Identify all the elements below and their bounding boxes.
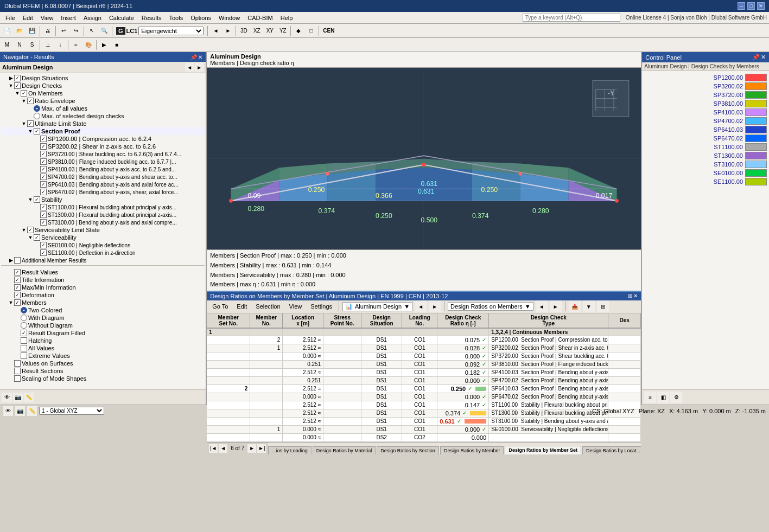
menu-results[interactable]: Results xyxy=(138,14,165,22)
window-controls[interactable]: ─ □ ✕ xyxy=(738,2,765,10)
tree-item-st1100[interactable]: ST1100.00 | Flexural buckling about prin… xyxy=(1,203,205,211)
prev-result-btn[interactable]: ◄ xyxy=(209,25,221,37)
tree-item-sp6410[interactable]: SP6410.03 | Bending about y-axis and axi… xyxy=(1,181,205,188)
tree-item-sp1200[interactable]: SP1200.00 | Compression acc. to 6.2.4 xyxy=(1,135,205,143)
global-lc-selector[interactable]: 1 - Global XYZ xyxy=(39,407,104,415)
status-btn3[interactable]: 📏 xyxy=(27,406,37,416)
checkbox-serviceability[interactable] xyxy=(34,234,40,241)
checkbox-se0100[interactable] xyxy=(40,242,47,248)
table-row[interactable]: 0.000 ≈ DS1 CO1 0.000✓ SP3720.00 Section… xyxy=(207,352,641,361)
checkbox-sp4100[interactable] xyxy=(40,166,47,172)
checkbox-stability[interactable] xyxy=(34,196,40,203)
next-result-btn[interactable]: ► xyxy=(222,25,234,37)
tree-item-sp4100[interactable]: SP4100.03 | Bending about y-axis acc. to… xyxy=(1,165,205,173)
nav-view-btn[interactable]: 👁 xyxy=(2,393,12,402)
tree-item-all-values[interactable]: All Values xyxy=(1,344,205,352)
checkbox-sp4700[interactable] xyxy=(40,174,47,180)
cp-view-btn[interactable]: ◧ xyxy=(657,392,669,403)
cp-pin-btn[interactable]: 📌 xyxy=(752,54,760,61)
tree-item-serviceability[interactable]: ▼ Serviceability xyxy=(1,234,205,241)
table-row[interactable]: 2.512 ≈ DS1 CO1 0.147✓ ST1100.00 Stabili… xyxy=(207,401,641,409)
checkbox-on-members[interactable] xyxy=(21,90,27,97)
tree-item-se0100[interactable]: SE0100.00 | Negligible deflections xyxy=(1,241,205,249)
menu-edit[interactable]: Edit xyxy=(20,14,36,22)
table-row[interactable]: 1 1,3,2,4 | Continuous Members xyxy=(207,329,641,336)
deform-btn[interactable]: ≈ xyxy=(70,39,82,51)
tree-item-result-values[interactable]: Result Values xyxy=(1,268,205,276)
nav-camera-btn[interactable]: 📷 xyxy=(13,393,23,402)
tree-item-ratio-envelope[interactable]: ▼ Ratio Envelope xyxy=(1,97,205,105)
minimize-btn[interactable]: ─ xyxy=(738,2,745,10)
checkbox-section-proof[interactable] xyxy=(34,128,40,134)
cols-btn[interactable]: ⊞ xyxy=(597,300,609,312)
supports-btn[interactable]: ⊥ xyxy=(42,39,54,51)
menu-cad-bim[interactable]: CAD-BIM xyxy=(244,14,276,22)
view-yz-btn[interactable]: YZ xyxy=(277,25,289,37)
tab-by-loading[interactable]: ...ios by Loading xyxy=(268,446,312,454)
print-btn[interactable]: 🖨 xyxy=(42,25,54,37)
tab-by-member-set[interactable]: Design Ratios by Member Set xyxy=(505,446,581,454)
checkbox-hatching[interactable] xyxy=(21,337,27,344)
tree-item-se1100[interactable]: SE1100.00 | Deflection in z-direction xyxy=(1,249,205,257)
menu-tools[interactable]: Tools xyxy=(166,14,186,22)
view-xy-btn[interactable]: XY xyxy=(264,25,276,37)
menu-assign[interactable]: Assign xyxy=(80,14,105,22)
nav-down-btn[interactable]: ► xyxy=(195,63,204,72)
checkbox-st3100[interactable] xyxy=(40,219,47,226)
status-btn1[interactable]: 👁 xyxy=(3,406,13,416)
checkbox-sp3200[interactable] xyxy=(40,143,47,150)
checkbox-st1300[interactable] xyxy=(40,211,47,218)
nav-measure-btn[interactable]: 📏 xyxy=(24,393,34,402)
undo-btn[interactable]: ↩ xyxy=(58,25,69,37)
nav-close-btn[interactable]: ✕ xyxy=(198,54,202,60)
menu-view[interactable]: View xyxy=(37,14,57,22)
tree-item-members[interactable]: ▼ Members xyxy=(1,299,205,306)
tree-item-hatching[interactable]: Hatching xyxy=(1,337,205,344)
tree-item-sp3720[interactable]: SP3720.00 | Shear buckling acc. to 6.2.6… xyxy=(1,150,205,158)
last-page-btn[interactable]: ►| xyxy=(257,444,266,453)
tree-item-result-sections[interactable]: Result Sections xyxy=(1,367,205,375)
menu-help[interactable]: Help xyxy=(277,14,296,22)
table-row[interactable]: 1 2.512 ≈ DS1 CO1 0.028✓ SP3200.02 Secti… xyxy=(207,344,641,352)
tree-item-stability[interactable]: ▼ Stability xyxy=(1,196,205,203)
redo-btn[interactable]: ↪ xyxy=(70,25,82,37)
tree-item-result-filled[interactable]: Result Diagram Filled xyxy=(1,329,205,337)
table-row[interactable]: 0.000 ≈ DS1 CO1 0.000✓ SP6470.02 Section… xyxy=(207,393,641,401)
menu-calculate[interactable]: Calculate xyxy=(106,14,137,22)
nav-up-btn[interactable]: ◄ xyxy=(185,63,194,72)
table-row[interactable]: 2.512 ≈ DS1 CO1 0.182✓ SP4100.03 Section… xyxy=(207,369,641,377)
selection-menu[interactable]: Selection xyxy=(252,302,283,311)
checkbox-sp6470[interactable] xyxy=(40,189,47,195)
viewport-3d[interactable]: 0.09 0.280 0.374 0.250 0.500 0.374 0.280… xyxy=(207,68,641,249)
checkbox-scaling[interactable] xyxy=(14,375,21,382)
nodes-btn[interactable]: N xyxy=(14,39,26,51)
new-btn[interactable]: 📄 xyxy=(1,25,13,37)
stop-btn[interactable]: ■ xyxy=(111,39,123,51)
tab-by-section[interactable]: Design Ratios by Section xyxy=(377,446,439,454)
tree-item-sls[interactable]: ▼ Serviceability Limit State xyxy=(1,226,205,234)
ratio-dropdown[interactable]: Design Ratios on Members ▼ xyxy=(448,302,533,311)
first-page-btn[interactable]: |◄ xyxy=(209,444,218,453)
view-menu[interactable]: View xyxy=(286,302,306,311)
tree-item-sp3810[interactable]: SP3810.00 | Flange induced buckling acc.… xyxy=(1,158,205,165)
maximize-btn[interactable]: □ xyxy=(747,2,755,10)
close-btn[interactable]: ✕ xyxy=(757,2,765,10)
filter-btn[interactable]: ▼ xyxy=(583,300,595,312)
tree-item-uls[interactable]: ▼ Ultimate Limit State xyxy=(1,120,205,127)
results-close-btn[interactable]: ✕ xyxy=(633,293,638,299)
members-btn[interactable]: M xyxy=(1,39,13,51)
design-dropdown[interactable]: 📊 Aluminum Design ▼ xyxy=(342,302,412,311)
checkbox-sls[interactable] xyxy=(27,227,34,233)
search-input[interactable] xyxy=(523,14,620,22)
surfaces-btn[interactable]: S xyxy=(26,39,38,51)
table-row[interactable]: 2 2.512 ≈ DS1 CO1 0.075✓ SP1200.00 Secti… xyxy=(207,336,641,344)
status-btn2[interactable]: 📷 xyxy=(15,406,25,416)
wireframe-btn[interactable]: □ xyxy=(305,25,317,37)
tree-item-st3100[interactable]: ST3100.00 | Bending about y-axis and axi… xyxy=(1,219,205,226)
checkbox-result-sections[interactable] xyxy=(14,368,21,374)
tree-item-additional[interactable]: ▶ Additional Member Results xyxy=(1,257,205,264)
radio-max-selected[interactable] xyxy=(34,113,40,119)
edit-menu[interactable]: Edit xyxy=(233,302,250,311)
select-btn[interactable]: ↖ xyxy=(86,25,98,37)
next-page-btn2[interactable]: ► xyxy=(247,444,256,453)
